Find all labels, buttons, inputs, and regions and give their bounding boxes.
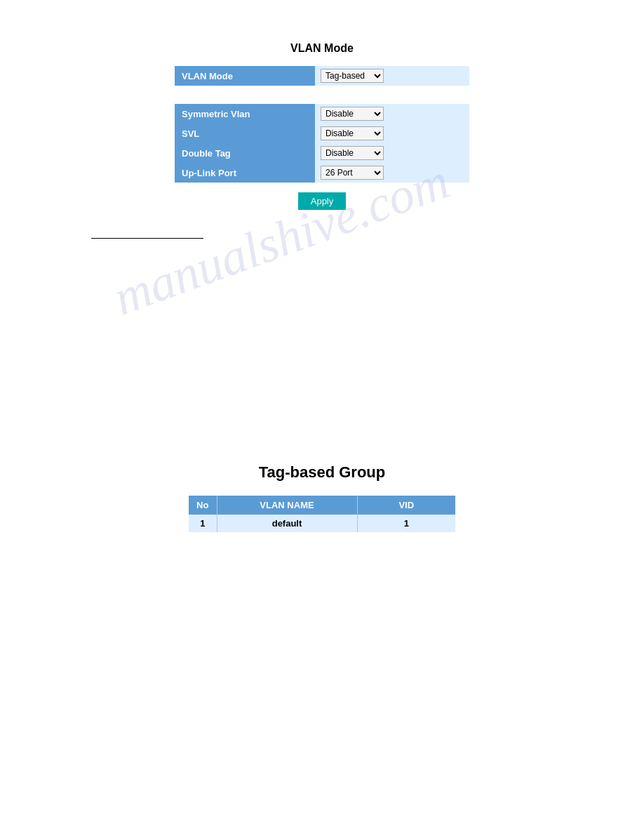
table-row-svl: SVL Disable Enable bbox=[175, 124, 469, 143]
tag-group-title: Tag-based Group bbox=[259, 463, 386, 482]
double-tag-value: Disable Enable bbox=[315, 143, 469, 163]
page-wrapper: VLAN Mode VLAN Mode Tag-based Port-based… bbox=[0, 0, 644, 834]
spacer-row bbox=[175, 86, 469, 104]
vlan-mode-table: VLAN Mode Tag-based Port-based Disabled bbox=[175, 66, 469, 183]
table-row-symmetric-vlan: Symmetric Vlan Disable Enable bbox=[175, 104, 469, 124]
table-row-double-tag: Double Tag Disable Enable bbox=[175, 143, 469, 163]
tag-group-section: Tag-based Group No VLAN NAME VID 1 defau… bbox=[0, 463, 644, 532]
table-row-uplink-port: Up-Link Port 26 Port 25 Port 24 Port bbox=[175, 163, 469, 183]
tag-group-table: No VLAN NAME VID 1 default 1 bbox=[189, 496, 455, 532]
vlan-mode-label: VLAN Mode bbox=[175, 66, 315, 86]
row-vid: 1 bbox=[357, 515, 455, 532]
tag-group-header-row: No VLAN NAME VID bbox=[189, 496, 455, 515]
svl-label: SVL bbox=[175, 124, 315, 143]
svl-select[interactable]: Disable Enable bbox=[321, 126, 384, 140]
col-header-no: No bbox=[189, 496, 217, 515]
symmetric-vlan-value: Disable Enable bbox=[315, 104, 469, 124]
vlan-mode-select[interactable]: Tag-based Port-based Disabled bbox=[321, 69, 384, 83]
uplink-port-value: 26 Port 25 Port 24 Port bbox=[315, 163, 469, 183]
row-no: 1 bbox=[189, 515, 217, 532]
vlan-mode-value: Tag-based Port-based Disabled bbox=[315, 66, 469, 86]
double-tag-label: Double Tag bbox=[175, 143, 315, 163]
double-tag-select[interactable]: Disable Enable bbox=[321, 146, 384, 160]
table-row-vlan-mode: VLAN Mode Tag-based Port-based Disabled bbox=[175, 66, 469, 86]
col-header-name: VLAN NAME bbox=[217, 496, 357, 515]
apply-btn-wrapper: Apply bbox=[298, 192, 347, 210]
apply-button[interactable]: Apply bbox=[298, 192, 347, 210]
uplink-port-select[interactable]: 26 Port 25 Port 24 Port bbox=[321, 166, 384, 180]
uplink-port-label: Up-Link Port bbox=[175, 163, 315, 183]
table-row: 1 default 1 bbox=[189, 515, 455, 532]
col-header-vid: VID bbox=[357, 496, 455, 515]
vlan-mode-section: VLAN Mode VLAN Mode Tag-based Port-based… bbox=[0, 42, 644, 210]
vlan-mode-title: VLAN Mode bbox=[290, 42, 354, 55]
svl-value: Disable Enable bbox=[315, 124, 469, 143]
symmetric-vlan-label: Symmetric Vlan bbox=[175, 104, 315, 124]
symmetric-vlan-select[interactable]: Disable Enable bbox=[321, 107, 384, 121]
divider-line bbox=[91, 238, 203, 239]
row-vlan-name: default bbox=[217, 515, 357, 532]
